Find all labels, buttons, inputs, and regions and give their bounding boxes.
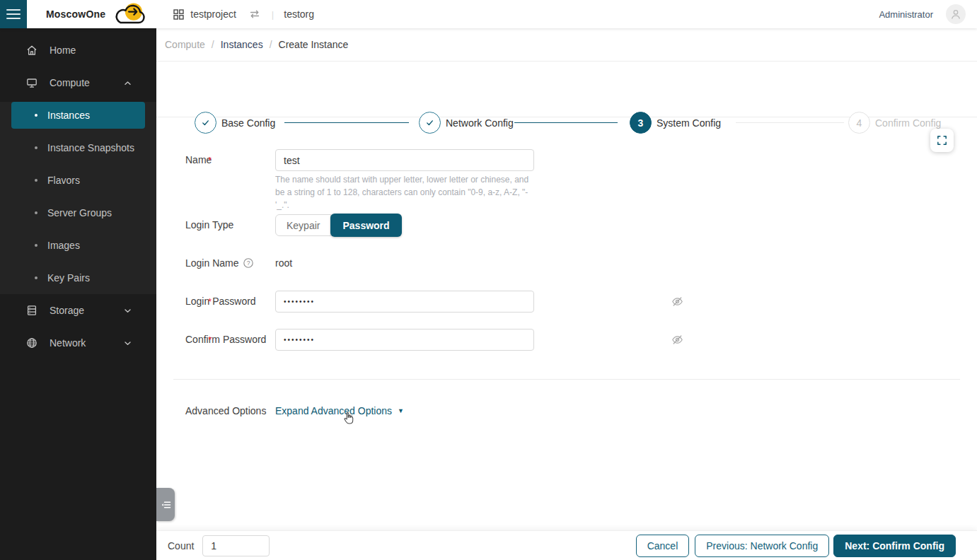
eye-invisible-icon[interactable] (671, 334, 683, 345)
count-input[interactable] (202, 535, 270, 556)
org-name[interactable]: testorg (284, 8, 314, 20)
expand-advanced-options-text: Expand Advanced Options (275, 405, 392, 416)
sidebar-item-instance-snapshots[interactable]: Instance Snapshots (0, 132, 156, 164)
person-icon (950, 8, 961, 20)
brand-logo-icon (111, 1, 152, 27)
project-selector[interactable]: testproject (173, 8, 236, 20)
fullscreen-button[interactable] (930, 129, 954, 152)
sidebar-item-label: Compute (50, 77, 90, 88)
advanced-options-label: Advanced Options (185, 405, 266, 416)
topbar-divider: | (272, 9, 274, 20)
appstore-grid-icon (173, 9, 184, 20)
confirm-password-input[interactable] (275, 329, 534, 351)
previous-step-button[interactable]: Previous: Network Config (695, 535, 829, 557)
sidebar-item-label: Storage (50, 305, 84, 316)
menu-toggle-button[interactable] (0, 0, 27, 28)
name-help-text: The name should start with upper letter,… (275, 173, 538, 211)
system-config-form: * Name The name should start with upper … (156, 117, 977, 530)
count-label: Count (168, 540, 194, 552)
sidebar-item-label: Instance Snapshots (47, 142, 134, 153)
drawer-list-icon (161, 500, 171, 510)
login-type-option-password[interactable]: Password (330, 214, 401, 237)
globe-icon (26, 337, 37, 349)
expand-advanced-options-link[interactable]: Expand Advanced Options ▼ (275, 405, 404, 416)
avatar[interactable] (946, 4, 966, 24)
sidebar-item-label: Instances (47, 110, 90, 121)
topbar: MoscowOne testproject | testorg Administ… (0, 0, 977, 28)
sidebar-item-instances[interactable]: Instances (11, 102, 145, 129)
breadcrumb-separator: / (212, 39, 214, 50)
project-name: testproject (190, 8, 236, 20)
svg-text:?: ? (246, 259, 250, 267)
eye-invisible-icon[interactable] (671, 296, 683, 307)
caret-down-icon: ▼ (398, 407, 404, 414)
sidebar-item-compute[interactable]: Compute (0, 66, 156, 99)
sidebar-item-label: Server Groups (47, 207, 112, 218)
breadcrumb-instances[interactable]: Instances (221, 39, 263, 50)
login-type-label: Login Type (185, 219, 233, 231)
question-circle-icon[interactable]: ? (243, 258, 253, 268)
login-type-group: Keypair Password (275, 214, 402, 237)
home-icon (26, 45, 37, 56)
section-divider (173, 379, 960, 380)
sidebar-item-server-groups[interactable]: Server Groups (0, 197, 156, 229)
user-role-label[interactable]: Administrator (879, 9, 933, 20)
login-password-input[interactable] (275, 291, 534, 313)
stepper: Base Config Network Config 3 System Conf… (156, 62, 977, 117)
sidebar-item-home[interactable]: Home (0, 34, 156, 66)
sidebar-item-network[interactable]: Network (0, 327, 156, 359)
sidebar-item-images[interactable]: Images (0, 229, 156, 262)
sidebar-item-label: Key Pairs (47, 272, 90, 284)
compute-submenu: Instances Instance Snapshots Flavors Ser… (0, 102, 156, 294)
sidebar-item-key-pairs[interactable]: Key Pairs (0, 262, 156, 294)
cancel-button[interactable]: Cancel (636, 535, 690, 557)
breadcrumb-compute: Compute (165, 39, 205, 50)
required-marker: * (208, 296, 212, 307)
brand-name: MoscowOne (46, 8, 105, 20)
chevron-up-icon (124, 79, 132, 87)
sidebar: Home Compute Instances Instance Snapshot… (0, 28, 156, 560)
sidebar-item-flavors[interactable]: Flavors (0, 164, 156, 197)
sidebar-item-label: Home (50, 45, 76, 56)
chevron-down-icon (124, 339, 132, 347)
required-marker: * (208, 155, 212, 165)
name-label: * Name (185, 154, 212, 165)
chevron-down-icon (124, 307, 132, 315)
login-type-option-keypair[interactable]: Keypair (275, 214, 331, 236)
login-password-label: * Login Password (185, 296, 256, 307)
storage-icon (26, 305, 37, 316)
login-name-label: Login Name? (185, 257, 253, 269)
confirm-password-label: * Confirm Password (185, 334, 266, 345)
footer-bar: Count Cancel Previous: Network Config Ne… (156, 530, 977, 560)
name-input[interactable] (275, 149, 534, 171)
sidebar-item-label: Images (47, 240, 80, 251)
main-content: Compute / Instances / Create Instance Ba… (156, 28, 977, 560)
breadcrumb-create-instance: Create Instance (279, 39, 349, 50)
expand-icon (936, 134, 948, 146)
sidebar-item-label: Network (50, 337, 86, 349)
sidebar-item-storage[interactable]: Storage (0, 294, 156, 327)
quota-drawer-handle[interactable] (156, 488, 175, 521)
breadcrumb-separator: / (270, 39, 272, 50)
required-marker: * (208, 334, 212, 345)
breadcrumb: Compute / Instances / Create Instance (156, 28, 977, 62)
next-step-button[interactable]: Next: Confirm Config (833, 535, 956, 557)
swap-arrows-icon[interactable] (249, 9, 260, 19)
monitor-icon (26, 77, 37, 88)
login-name-value: root (275, 257, 292, 269)
sidebar-item-label: Flavors (47, 175, 80, 186)
